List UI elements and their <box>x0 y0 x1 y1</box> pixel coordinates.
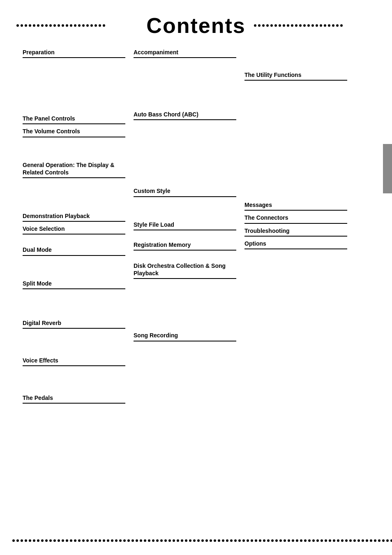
dot <box>74 539 76 542</box>
toc-column-2: Accompaniment Auto Bass Chord (ABC) Cust… <box>134 42 244 404</box>
dot <box>181 539 183 542</box>
toc-item-pedals[interactable]: The Pedals <box>23 392 125 404</box>
toc-item-registration-memory[interactable]: Registration Memory <box>134 239 236 251</box>
toc-item-song-recording[interactable]: Song Recording <box>134 329 236 342</box>
dot <box>263 539 265 542</box>
dot <box>193 539 196 542</box>
dot <box>66 539 68 542</box>
toc-item-dual-mode[interactable]: Dual Mode <box>23 244 125 256</box>
dot <box>254 24 256 27</box>
dot <box>307 24 310 27</box>
toc-item-general-operation[interactable]: General Operation: The Display & Related… <box>23 159 125 179</box>
dot <box>300 539 302 542</box>
dot <box>58 24 60 27</box>
dot <box>292 539 294 542</box>
header: Contents <box>0 0 392 38</box>
dot <box>299 24 302 27</box>
toc-item-volume-controls[interactable]: The Volume Controls <box>23 125 125 138</box>
dot <box>103 539 105 542</box>
toc-item-preparation[interactable]: Preparation <box>23 46 125 59</box>
toc-item-custom-style[interactable]: Custom Style <box>134 185 236 197</box>
dot <box>131 539 134 542</box>
dot <box>242 539 245 542</box>
dot <box>336 24 339 27</box>
dot <box>382 539 385 542</box>
dot <box>288 539 290 542</box>
dot <box>185 539 187 542</box>
dot <box>325 539 327 542</box>
page-title: Contents <box>138 13 254 38</box>
toc-item-accompaniment[interactable]: Accompaniment <box>134 46 236 59</box>
dot <box>62 24 64 27</box>
dot <box>378 539 380 542</box>
dot <box>45 24 48 27</box>
dot <box>115 539 118 542</box>
toc-item-style-file-load[interactable]: Style File Load <box>134 218 236 231</box>
dot <box>259 539 261 542</box>
dot <box>21 24 23 27</box>
dot <box>16 24 19 27</box>
toc-item-disk-orchestra[interactable]: Disk Orchestra Collection & Song Playbac… <box>134 260 236 280</box>
dot <box>267 539 270 542</box>
dot <box>197 539 200 542</box>
dot <box>74 24 76 27</box>
dot <box>357 539 360 542</box>
dot <box>262 24 265 27</box>
dot <box>214 539 216 542</box>
dot <box>119 539 122 542</box>
dot <box>274 24 277 27</box>
dot <box>86 539 89 542</box>
dot <box>90 24 93 27</box>
dot <box>251 539 253 542</box>
toc-column-3: The Utility Functions Messages The Conne… <box>244 42 355 404</box>
dot <box>86 24 89 27</box>
toc-item-demo-playback[interactable]: Demonstration Playback <box>23 210 125 223</box>
dot <box>70 539 72 542</box>
dot <box>311 24 314 27</box>
dot <box>353 539 356 542</box>
dot <box>328 24 330 27</box>
dot <box>16 539 19 542</box>
toc-item-panel-controls[interactable]: The Panel Controls <box>23 112 125 125</box>
toc-item-utility-functions[interactable]: The Utility Functions <box>244 69 347 81</box>
toc-item-connectors[interactable]: The Connectors <box>244 211 347 224</box>
dot <box>90 539 93 542</box>
dot <box>173 539 175 542</box>
dot <box>25 539 27 542</box>
dot <box>95 24 97 27</box>
dot <box>234 539 237 542</box>
dot <box>189 539 191 542</box>
dot <box>148 539 150 542</box>
dot <box>152 539 154 542</box>
dot <box>25 24 27 27</box>
dot <box>58 539 60 542</box>
dot <box>53 24 56 27</box>
dot <box>266 24 269 27</box>
dot <box>37 24 39 27</box>
toc-item-messages[interactable]: Messages <box>244 199 347 211</box>
dot <box>258 24 261 27</box>
dot <box>296 539 298 542</box>
toc-item-options[interactable]: Options <box>244 237 347 250</box>
dot <box>345 539 348 542</box>
dot <box>374 539 376 542</box>
toc-item-split-mode[interactable]: Split Mode <box>23 277 125 290</box>
dot <box>287 24 289 27</box>
dot <box>218 539 220 542</box>
toc-column-1: Preparation The Panel Controls The Volum… <box>23 42 134 404</box>
toc-item-auto-bass-chord[interactable]: Auto Bass Chord (ABC) <box>134 108 236 121</box>
toc-item-digital-reverb[interactable]: Digital Reverb <box>23 317 125 330</box>
left-dots <box>16 24 138 27</box>
dot <box>127 539 130 542</box>
dot <box>66 24 68 27</box>
toc-item-troubleshooting[interactable]: Troubleshooting <box>244 225 347 237</box>
dot <box>37 539 39 542</box>
dot <box>333 539 335 542</box>
dot <box>49 539 52 542</box>
dot <box>201 539 204 542</box>
toc-item-voice-effects[interactable]: Voice Effects <box>23 354 125 367</box>
toc-item-voice-selection[interactable]: Voice Selection <box>23 223 125 235</box>
dot <box>270 24 273 27</box>
dot <box>341 539 344 542</box>
dot <box>349 539 352 542</box>
